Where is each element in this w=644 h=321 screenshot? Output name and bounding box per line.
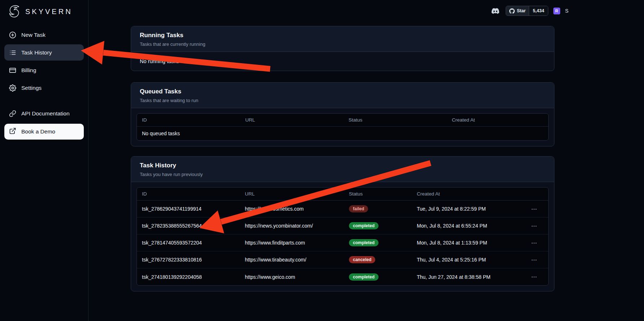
avatar[interactable]: R (553, 8, 560, 14)
truncated-username: S (565, 8, 569, 14)
task-actions-cell: ⋯ (528, 238, 548, 247)
row-actions-button[interactable]: ⋯ (528, 221, 540, 230)
table-row[interactable]: tsk_278629043741199914 https://tartecosm… (137, 201, 548, 217)
card-subtitle: Tasks that are waiting to run (140, 98, 545, 103)
table-header-row: ID URL Status Created At (137, 188, 548, 201)
github-icon (509, 8, 515, 14)
task-id-cell: tsk_278235388555267564 (137, 223, 240, 229)
column-header-url: URL (240, 117, 343, 123)
task-url-cell: https://www.tirabeauty.com/ (240, 257, 344, 263)
github-star-count: 5,434 (529, 6, 548, 16)
row-actions-button[interactable]: ⋯ (528, 238, 540, 247)
column-header-status: Status (343, 117, 447, 123)
task-history-table: ID URL Status Created At tsk_27862904374… (137, 187, 549, 286)
column-header-created-at: Created At (447, 117, 548, 123)
queued-tasks-content: ID URL Status Created At No queued tasks (131, 108, 554, 146)
github-star-segment: Star (506, 6, 529, 16)
table-header-row: ID URL Status Created At (137, 114, 548, 127)
task-history-card: Task History Tasks you have run previous… (131, 156, 554, 291)
status-badge: canceled (349, 256, 375, 263)
github-star-button[interactable]: Star 5,434 (506, 6, 548, 16)
running-tasks-card: Running Tasks Tasks that are currently r… (131, 26, 554, 71)
brand: SKYVERN (0, 0, 88, 22)
queued-tasks-empty: No queued tasks (137, 127, 548, 140)
status-badge: completed (349, 222, 379, 229)
table-row[interactable]: tsk_274180139292204058 https://www.geico… (137, 268, 548, 285)
sidebar-item-label: New Task (21, 32, 46, 38)
card-subtitle: Tasks that are currently running (140, 41, 545, 47)
credit-card-icon (9, 67, 16, 74)
task-status-cell: canceled (344, 256, 412, 263)
column-header-id: ID (137, 191, 240, 197)
task-status-cell: completed (344, 222, 412, 229)
queued-tasks-table: ID URL Status Created At No queued tasks (137, 113, 549, 141)
task-id-cell: tsk_278629043741199914 (137, 206, 240, 212)
card-title: Running Tasks (140, 32, 545, 39)
task-history-rows: tsk_278629043741199914 https://tartecosm… (137, 201, 548, 285)
github-star-label: Star (517, 8, 526, 13)
status-badge: completed (349, 273, 379, 281)
table-row[interactable]: tsk_278147405593572204 https://www.findi… (137, 234, 548, 251)
column-header-id: ID (137, 117, 240, 123)
table-row[interactable]: tsk_276727822333810816 https://www.tirab… (137, 251, 548, 268)
running-tasks-empty: No running tasks (131, 52, 554, 71)
row-actions-button[interactable]: ⋯ (528, 272, 540, 282)
sidebar-separator (0, 97, 88, 104)
task-actions-cell: ⋯ (528, 204, 548, 214)
topbar-actions: Star 5,434 R S (490, 5, 569, 17)
gear-icon (9, 84, 16, 92)
running-tasks-header: Running Tasks Tasks that are currently r… (131, 26, 554, 52)
task-actions-cell: ⋯ (528, 255, 548, 264)
sidebar-nav: New Task Task History Billing Settings (0, 22, 88, 140)
brand-name: SKYVERN (25, 8, 73, 16)
link-icon (9, 110, 16, 117)
sidebar-item-settings[interactable]: Settings (4, 80, 84, 96)
card-title: Task History (140, 162, 545, 169)
status-badge: failed (349, 205, 368, 212)
task-created-cell: Mon, Jul 8, 2024 at 6:55:24 PM (412, 223, 528, 229)
demo-button-label: Book a Demo (21, 128, 55, 135)
task-created-cell: Mon, Jul 8, 2024 at 1:13:59 PM (412, 240, 528, 246)
row-actions-button[interactable]: ⋯ (528, 255, 540, 264)
task-history-content: ID URL Status Created At tsk_27862904374… (131, 182, 554, 291)
card-title: Queued Tasks (140, 88, 545, 95)
task-id-cell: tsk_276727822333810816 (137, 257, 240, 263)
queued-tasks-card: Queued Tasks Tasks that are waiting to r… (131, 82, 554, 146)
task-status-cell: completed (344, 239, 412, 246)
queued-tasks-header: Queued Tasks Tasks that are waiting to r… (131, 83, 554, 108)
sidebar-item-label: Task History (21, 49, 52, 56)
plus-circle-icon (9, 31, 16, 39)
sidebar-item-api-documentation[interactable]: API Documentation (4, 105, 84, 122)
sidebar-item-task-history[interactable]: Task History (4, 44, 84, 61)
row-actions-button[interactable]: ⋯ (528, 204, 540, 214)
card-subtitle: Tasks you have run previously (140, 172, 545, 177)
book-a-demo-button[interactable]: Book a Demo (4, 124, 84, 140)
column-header-url: URL (240, 191, 344, 197)
task-status-cell: failed (344, 205, 412, 212)
task-url-cell: https://www.geico.com (240, 274, 344, 280)
task-actions-cell: ⋯ (528, 272, 548, 282)
task-created-cell: Thu, Jun 27, 2024 at 8:38:58 PM (412, 274, 528, 280)
sidebar-item-label: API Documentation (21, 110, 70, 117)
sidebar-item-billing[interactable]: Billing (4, 62, 84, 78)
task-url-cell: https://www.finditparts.com (240, 240, 344, 246)
sidebar-item-label: Settings (21, 85, 42, 91)
task-url-cell: https://tartecosmetics.com (240, 206, 344, 212)
discord-icon[interactable] (490, 7, 501, 15)
task-url-cell: https://news.ycombinator.com/ (240, 223, 344, 229)
external-link-icon (9, 127, 16, 136)
column-header-status: Status (344, 191, 412, 197)
task-history-header: Task History Tasks you have run previous… (131, 157, 554, 182)
task-created-cell: Tue, Jul 9, 2024 at 8:22:59 PM (412, 206, 528, 212)
task-id-cell: tsk_274180139292204058 (137, 274, 240, 280)
sidebar-item-new-task[interactable]: New Task (4, 27, 84, 43)
table-row[interactable]: tsk_278235388555267564 https://news.ycom… (137, 217, 548, 234)
list-icon (9, 49, 16, 56)
skyvern-logo-icon (7, 4, 22, 19)
task-status-cell: completed (344, 273, 412, 281)
status-badge: completed (349, 239, 379, 246)
column-header-created-at: Created At (412, 191, 528, 197)
task-actions-cell: ⋯ (528, 221, 548, 230)
task-id-cell: tsk_278147405593572204 (137, 240, 240, 246)
task-created-cell: Thu, Jul 4, 2024 at 5:25:16 PM (412, 257, 528, 263)
